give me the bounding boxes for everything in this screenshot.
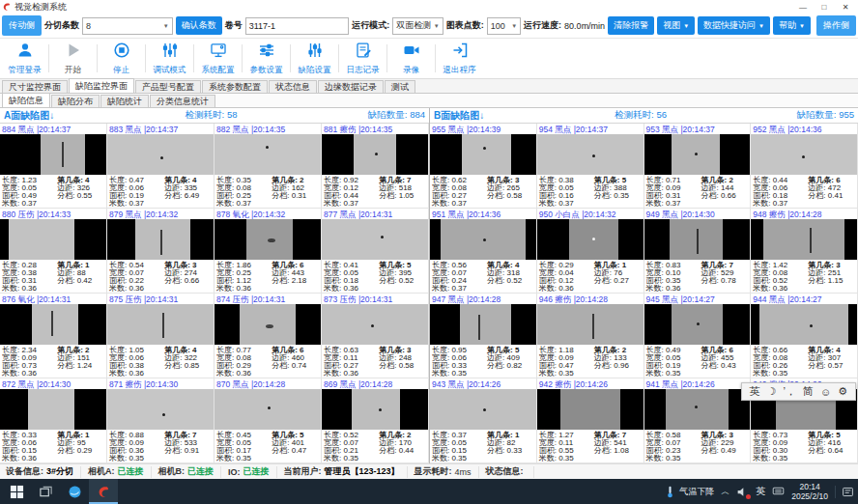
touch-keyboard-icon[interactable] [772,485,785,499]
taskbar-tray: 气温下降 ︿ 英 20:14 2025/2/10 [664,482,856,501]
defect-cell[interactable]: 870 黑点 |20:14:28长度: 0.45宽度: 0.05面积: 0.17… [214,378,322,463]
toolbar-button-exit-program[interactable]: 退出程序 [437,39,482,78]
defect-cell[interactable]: 879 黑点 |20:14:32长度: 0.54宽度: 0.07面积: 0.22… [107,209,214,294]
inspection-app-icon[interactable] [89,479,118,504]
defect-image [107,389,214,430]
defect-mark [266,324,273,328]
sub-tab-3[interactable]: 分类信息统计 [150,95,215,107]
sub-tab-2[interactable]: 缺陷统计 [100,95,149,107]
defect-cell[interactable]: 877 黑点 |20:14:31长度: 0.41宽度: 0.05面积: 0.18… [322,209,429,294]
defect-cell[interactable]: 881 擦伤 |20:14:35长度: 0.92宽度: 0.12面积: 0.44… [322,124,429,209]
toolbar-button-recording[interactable]: 录像 [388,39,434,78]
ime-punct[interactable]: ’， [783,384,795,399]
defect-info-left: 长度: 0.38宽度: 0.05面积: 0.16米数: 0.37 [539,177,594,208]
defect-cell[interactable]: 951 黑点 |20:14:36长度: 0.56宽度: 0.07面积: 0.24… [430,209,537,294]
close-button[interactable]: ✕ [835,3,856,12]
main-tab-1[interactable]: 缺陷监控界面 [69,78,134,93]
main-tab-5[interactable]: 边缘数据记录 [318,80,384,93]
defect-cell[interactable]: 880 压伤 |20:14:33长度: 0.28宽度: 0.38面积: 0.31… [0,209,107,294]
ime-emoji[interactable]: ☺ [820,386,831,398]
main-tab-4[interactable]: 状态信息 [269,80,317,93]
confirm-count-button[interactable]: 确认条数 [176,16,222,35]
defect-cell[interactable]: 882 黑点 |20:14:35长度: 0.35宽度: 0.08面积: 0.25… [214,124,322,209]
defect-cell[interactable]: 948 擦伤 |20:14:28长度: 1.42宽度: 0.08面积: 0.52… [751,209,858,294]
defect-cell[interactable]: 943 黑点 |20:14:26长度: 0.37宽度: 0.05面积: 0.15… [430,378,537,463]
toolbar-button-admin-login[interactable]: 管理登录 [2,39,47,78]
ime-settings[interactable]: ⚙ [838,385,847,398]
defect-cell[interactable]: 954 黑点 |20:14:37长度: 0.38宽度: 0.05面积: 0.16… [537,124,644,209]
main-tab-3[interactable]: 系统参数配置 [202,80,268,93]
defect-cell[interactable]: 950 小白点 |20:14:32长度: 0.29宽度: 0.04面积: 0.1… [537,209,644,294]
defect-info-right: 第几条: 3边距: 274分档: 0.66 [164,262,212,293]
start-button-icon[interactable] [2,479,31,504]
task-view-icon[interactable] [31,479,60,504]
drive-side-button[interactable]: 传动侧 [2,15,42,36]
weather-widget[interactable]: 气温下降 [664,486,714,498]
defect-mark [268,238,275,242]
defect-cell[interactable]: 944 黑点 |20:14:27长度: 0.66宽度: 0.08面积: 0.26… [751,294,858,378]
action-center-icon[interactable] [835,486,854,498]
defect-cell[interactable]: 941 黑点 |20:14:26长度: 0.58宽度: 0.07面积: 0.23… [644,378,752,463]
defect-mark [371,324,374,327]
defect-cell[interactable]: 947 黑点 |20:14:28长度: 0.95宽度: 0.06面积: 0.33… [430,294,537,378]
toolbar-button-defect-settings[interactable]: 缺陷设置 [292,39,337,78]
defect-cell[interactable]: 876 氧化 |20:14:31长度: 2.34宽度: 0.09面积: 0.73… [0,294,107,378]
ime-moon[interactable]: ☽ [767,385,777,398]
run-mode-select[interactable]: 双面检测 ▼ [392,17,443,35]
defect-cell[interactable]: 942 擦伤 |20:14:26长度: 1.27宽度: 0.11面积: 0.55… [537,378,644,463]
defect-cell[interactable]: 946 擦伤 |20:14:28长度: 1.18宽度: 0.09面积: 0.47… [537,294,644,378]
defect-info-left: 长度: 0.44宽度: 0.06面积: 0.18米数: 0.37 [753,177,808,208]
data-quick-access-label: 数据快捷访问 [703,19,756,32]
sub-tab-0[interactable]: 缺陷信息 [2,93,50,107]
maximize-button[interactable]: □ [814,3,835,12]
defect-cell[interactable]: 873 压伤 |20:14:31长度: 0.63宽度: 0.11面积: 0.27… [322,294,429,378]
toolbar-button-stop[interactable]: 停止 [99,39,144,78]
toolbar-button-start[interactable]: 开始 [50,39,96,78]
defect-cell[interactable]: 953 黑点 |20:14:37长度: 0.71宽度: 0.09面积: 0.31… [644,124,752,209]
sub-tab-1[interactable]: 缺陷分布 [51,95,100,107]
defect-cell[interactable]: 869 黑点 |20:14:28长度: 0.52宽度: 0.07面积: 0.21… [322,378,429,463]
toolbar-button-param-settings[interactable]: 参数设置 [243,39,289,78]
operator-side-button[interactable]: 操作侧 [816,15,856,36]
help-menu-button[interactable]: 帮助▼ [773,16,811,35]
toolbar-button-debug-mode[interactable]: 调试模式 [147,39,192,78]
defect-meters: 米数: 0.35 [753,370,808,378]
slit-count-select[interactable]: 8 ▼ [82,17,173,35]
defect-cell[interactable]: 945 黑点 |20:14:27长度: 0.49宽度: 0.05面积: 0.19… [644,294,752,378]
view-menu-button[interactable]: 视图▼ [657,16,695,35]
main-tab-0[interactable]: 尺寸监控界面 [2,80,68,93]
main-tab-6[interactable]: 测试 [385,80,415,93]
param-settings-icon [258,42,275,63]
chart-points-select[interactable]: 100 ▼ [487,17,521,35]
defect-cell[interactable]: 874 压伤 |20:14:31长度: 0.77宽度: 0.08面积: 0.29… [214,294,322,378]
defect-mark [62,142,64,167]
panel-elapsed: 检测耗时: 56 [484,109,797,122]
defect-cell[interactable]: 955 黑点 |20:14:39长度: 0.62宽度: 0.08面积: 0.27… [430,124,537,209]
ime-lang[interactable]: 英 [750,384,760,399]
ime-simplified[interactable]: 简 [803,384,814,399]
volume-icon[interactable] [736,486,749,498]
main-tab-2[interactable]: 产品型号配置 [135,80,201,93]
ime-indicator[interactable]: 英 [756,485,765,498]
defect-cell[interactable]: 871 擦伤 |20:14:30长度: 0.88宽度: 0.09面积: 0.36… [107,378,214,463]
toolbar-button-label: 缺陷设置 [299,65,331,76]
clear-alarm-button[interactable]: 清除报警 [608,16,654,35]
tray-expand-icon[interactable]: ︿ [721,486,729,498]
defect-cell[interactable]: 872 黑点 |20:14:30长度: 0.33宽度: 0.06面积: 0.15… [0,378,107,463]
defect-cell-header: 954 黑点 |20:14:37 [537,124,644,134]
defect-cell[interactable]: 883 黑点 |20:14:37长度: 0.47宽度: 0.06面积: 0.19… [107,124,214,209]
defect-cell[interactable]: 884 黑点 |20:14:37长度: 1.23宽度: 0.05面积: 0.49… [0,124,107,209]
minimize-button[interactable]: — [792,3,814,12]
defect-cell[interactable]: 878 氧化 |20:14:32长度: 1.86宽度: 0.25面积: 1.12… [214,209,322,294]
defect-info: 长度: 0.63宽度: 0.11面积: 0.27米数: 0.36第几条: 3边距… [322,345,428,378]
browser-app-icon[interactable] [60,479,89,504]
roll-number-input[interactable]: 3117-1 [245,17,349,35]
defect-meters: 米数: 0.36 [2,455,57,462]
toolbar-button-system-config[interactable]: 系统配置 [195,39,241,78]
taskbar-clock[interactable]: 20:14 2025/2/10 [791,482,828,501]
toolbar-button-log-record[interactable]: 日志记录 [340,39,386,78]
defect-cell[interactable]: 952 黑点 |20:14:36长度: 0.44宽度: 0.06面积: 0.18… [751,124,858,209]
data-quick-access-menu-button[interactable]: 数据快捷访问▼ [698,16,770,35]
defect-cell[interactable]: 875 压伤 |20:14:31长度: 1.05宽度: 0.06面积: 0.38… [107,294,214,378]
defect-cell[interactable]: 949 黑点 |20:14:30长度: 0.83宽度: 0.10面积: 0.35… [644,209,752,294]
